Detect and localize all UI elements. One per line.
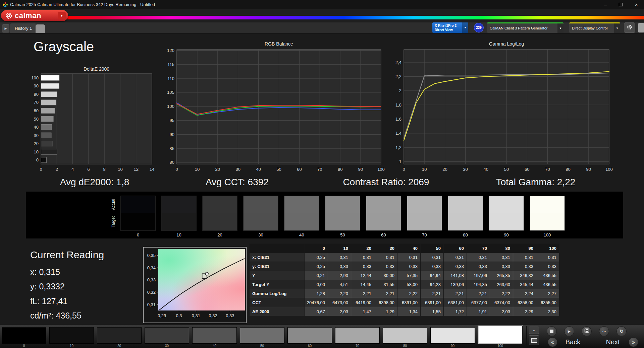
svg-text:90: 90: [586, 167, 591, 172]
svg-text:90: 90: [358, 167, 363, 172]
table-cell: 2,27: [536, 289, 559, 298]
meter-status-badge: 239: [474, 23, 484, 32]
refresh-button[interactable]: ↻: [616, 326, 627, 336]
table-cell: 94,94: [421, 271, 444, 280]
table-cell: 30,00: [374, 271, 397, 280]
svg-text:90: 90: [34, 83, 39, 88]
back-arrow-button[interactable]: «: [548, 337, 557, 347]
table-cell: 6355,00: [536, 298, 559, 307]
chevron-down-icon[interactable]: ▼: [557, 23, 564, 33]
grayscale-workspace: Grayscale 024681012141009080706050403020…: [0, 33, 644, 325]
meter-name: X-Rite i1Pro 2: [435, 23, 457, 28]
svg-text:4: 4: [71, 167, 74, 172]
svg-text:95: 95: [170, 118, 174, 123]
reading-fl: fL: 127,41: [30, 296, 67, 306]
link-meter-button[interactable]: ∞: [599, 326, 609, 336]
pattern-level-button-80[interactable]: [383, 327, 427, 344]
swatch-level-label: 100: [530, 232, 565, 237]
pattern-level-button-10[interactable]: [49, 327, 94, 344]
svg-text:0,32: 0,32: [209, 313, 217, 318]
svg-text:20: 20: [442, 167, 447, 172]
svg-text:80: 80: [338, 167, 342, 172]
svg-text:2,2: 2,2: [395, 74, 401, 79]
swatch-actual-color: [203, 196, 237, 213]
avg-de2000-metric: Avg dE2000: 1,8: [24, 177, 165, 188]
minimize-button[interactable]: –: [598, 0, 613, 9]
calman-menu-button[interactable]: calman ▼: [1, 10, 68, 21]
svg-text:10: 10: [422, 167, 427, 172]
history-nav-button[interactable]: ▶: [2, 24, 9, 32]
svg-text:115: 115: [167, 62, 174, 67]
svg-text:60: 60: [525, 167, 529, 172]
grayscale-swatch-100: [530, 196, 565, 231]
table-cell: 0,31: [328, 253, 351, 262]
table-cell: 0,33: [351, 262, 374, 271]
swatch-actual-color: [530, 196, 565, 213]
svg-text:14: 14: [150, 167, 154, 172]
pattern-level-button-30[interactable]: [145, 327, 189, 344]
reading-cdm2: cd/m²: 436,55: [30, 311, 82, 321]
chevrons-left-icon: «: [551, 339, 554, 345]
bottom-bar-divider: [526, 326, 527, 347]
table-cell: 1,29: [374, 307, 397, 316]
table-row: Gamma Log/Log1,282,202,212,212,222,212,2…: [250, 289, 559, 298]
swatch-target-color: [325, 213, 360, 230]
pattern-level-button-50[interactable]: [240, 327, 284, 344]
pattern-generator-dropdown[interactable]: CalMAN Client 3 Pattern Generator ▼: [487, 22, 564, 33]
svg-text:85: 85: [170, 146, 174, 151]
swatch-level-label: 90: [489, 232, 524, 237]
table-cell: 263,60: [490, 280, 513, 289]
save-button[interactable]: [582, 326, 592, 336]
triangle-up-icon: ▲: [533, 329, 536, 332]
table-row: CCT20476,006473,006419,006398,006391,006…: [250, 298, 559, 307]
maximize-icon: [619, 3, 623, 6]
collapse-panel-button[interactable]: ▲: [529, 327, 539, 334]
svg-text:10: 10: [195, 167, 200, 172]
maximize-button[interactable]: [613, 0, 629, 9]
next-arrow-button[interactable]: »: [629, 337, 638, 347]
table-cell: 0,33: [444, 262, 467, 271]
display-control-dropdown[interactable]: Direct Display Control ▼: [569, 22, 620, 33]
cie-overlay: 0,290,30,310,320,330,350,340,330,320,31: [144, 248, 245, 321]
add-tab-button[interactable]: [36, 24, 45, 33]
pattern-level-button-70[interactable]: [335, 327, 380, 344]
meter-dropdown[interactable]: X-Rite i1Pro 2 Direct View ▼: [432, 22, 468, 33]
table-row: x: CIE310,250,310,310,310,310,310,310,31…: [250, 253, 559, 262]
workflow-tab-bar: ▶ History 1 X-Rite i1Pro 2 Direct View ▼…: [0, 22, 644, 33]
settings-button[interactable]: [624, 22, 635, 33]
chevron-down-icon[interactable]: ▼: [614, 23, 620, 33]
calman-menu-chevron[interactable]: ▼: [58, 12, 66, 19]
swatch-target-color: [407, 213, 442, 230]
display-layout-button[interactable]: [529, 335, 539, 345]
next-button[interactable]: Next: [599, 338, 626, 346]
pattern-level-button-0[interactable]: [2, 327, 46, 344]
table-cell: 20476,00: [305, 298, 328, 307]
svg-text:70: 70: [545, 167, 550, 172]
close-button[interactable]: ×: [629, 0, 644, 9]
tab-history-1[interactable]: History 1: [10, 23, 37, 33]
pattern-level-label: 20: [97, 344, 142, 348]
play-button[interactable]: ▶: [564, 326, 574, 336]
swatch-actual-color: [366, 196, 401, 213]
pattern-level-button-20[interactable]: [97, 327, 142, 344]
pattern-level-button-90[interactable]: [430, 327, 475, 344]
svg-text:1,4: 1,4: [395, 131, 401, 136]
pattern-level-button-60[interactable]: [287, 327, 332, 344]
table-cell: 0,31: [397, 253, 421, 262]
svg-text:90: 90: [170, 132, 174, 137]
back-button[interactable]: Back: [559, 338, 586, 346]
table-cell: 94,23: [421, 280, 444, 289]
table-cell: 1,72: [444, 307, 467, 316]
svg-text:20: 20: [215, 167, 220, 172]
pattern-level-label: 30: [145, 344, 189, 348]
play-right-icon: ▶: [5, 27, 7, 30]
pattern-level-button-40[interactable]: [192, 327, 237, 344]
contrast-ratio-metric: Contrast Ratio: 2069: [316, 177, 457, 188]
calman-app-window: Calman 2025 Calman Ultimate for Business…: [0, 0, 644, 348]
swatch-actual-color: [489, 196, 524, 213]
table-cell: 345,44: [513, 280, 536, 289]
pattern-level-button-100[interactable]: [478, 326, 523, 344]
chevron-down-icon[interactable]: ▼: [462, 22, 468, 33]
stop-button[interactable]: [547, 326, 557, 336]
toolbar-overflow-strip[interactable]: [638, 23, 644, 32]
